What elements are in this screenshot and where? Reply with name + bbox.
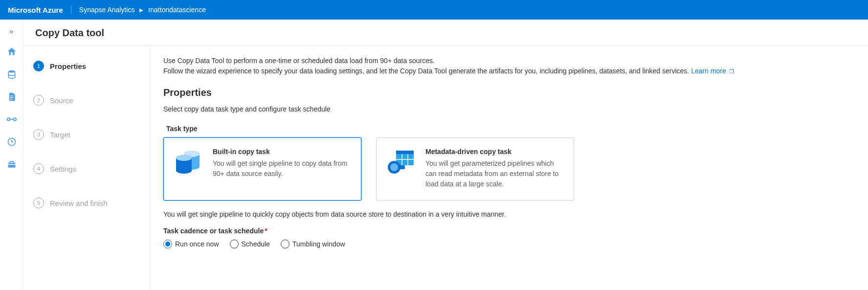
task-card-desc: You will get single pipeline to copy dat… [213,158,351,179]
step-label: Target [50,131,70,139]
task-card-builtin[interactable]: Built-in copy task You will get single p… [163,137,361,201]
required-asterisk: * [265,227,267,235]
external-link-icon: ❐ [729,68,734,74]
brand-label[interactable]: Microsoft Azure [8,6,71,14]
radio-icon [281,240,289,248]
radio-tumbling-window[interactable]: Tumbling window [281,240,345,248]
svg-rect-16 [399,165,405,169]
wizard-steps: 1 Properties 2 Source 3 Target 4 Setting… [23,46,150,290]
wizard-step-properties[interactable]: 1 Properties [33,58,141,74]
intro-line-1: Use Copy Data Tool to perform a one-time… [163,56,858,66]
radio-run-once-now[interactable]: Run once now [163,240,219,248]
pipeline-icon[interactable] [6,113,18,125]
wizard-step-source[interactable]: 2 Source [33,92,141,109]
cadence-label-text: Task cadence or task schedule [163,227,264,235]
svg-point-15 [390,163,398,171]
page-title-bar: Copy Data tool [23,20,868,45]
radio-label: Tumbling window [292,240,345,248]
page-title: Copy Data tool [35,27,856,39]
task-type-cards: Built-in copy task You will get single p… [163,137,858,201]
step-number: 2 [33,95,44,106]
intro-text-2: Follow the wizard experience to specify … [163,67,691,75]
cadence-label: Task cadence or task schedule* [163,227,858,235]
step-number: 1 [33,61,44,71]
step-label: Review and finish [50,199,108,207]
radio-icon [230,240,239,248]
home-icon[interactable] [6,46,18,58]
task-helper-text: You will get single pipeline to quickly … [163,210,858,218]
intro-line-2: Follow the wizard experience to specify … [163,66,858,76]
task-type-label: Task type [166,125,858,133]
learn-more-link[interactable]: Learn more ❐ [691,67,734,75]
step-label: Settings [50,165,76,173]
toolbox-icon[interactable] [6,158,18,170]
radio-label: Schedule [242,240,270,248]
wizard-step-settings[interactable]: 4 Settings [33,160,141,177]
step-number: 5 [33,198,44,208]
step-label: Properties [50,62,86,70]
radio-icon [163,240,172,248]
top-bar: Microsoft Azure Synapse Analytics ▶ matt… [0,0,868,20]
task-card-desc: You will get parameterized pipelines whi… [425,158,564,189]
step-number: 4 [33,163,44,174]
database-copy-icon [174,148,203,177]
document-icon[interactable] [6,91,18,103]
collapse-menu-icon[interactable]: » [10,27,14,35]
cadence-radio-group: Run once now Schedule Tumbling window [163,240,858,248]
radio-schedule[interactable]: Schedule [230,240,270,248]
section-heading: Properties [163,87,858,98]
wizard-step-target[interactable]: 3 Target [33,126,141,143]
svg-point-2 [13,118,16,121]
svg-point-0 [8,70,15,73]
breadcrumb-item-1[interactable]: mattondatascience [148,6,206,14]
wizard-step-review[interactable]: 5 Review and finish [33,195,141,211]
sidebar-nav: » [0,20,23,290]
database-icon[interactable] [6,68,18,80]
svg-point-8 [176,155,192,161]
svg-rect-10 [396,151,414,154]
svg-point-1 [7,118,10,121]
metadata-pipeline-icon [386,148,416,177]
learn-more-label: Learn more [691,67,726,75]
monitor-icon[interactable] [6,136,18,148]
step-label: Source [50,96,73,105]
task-card-title: Metadata-driven copy task [425,148,564,156]
breadcrumb-item-0[interactable]: Synapse Analytics [79,6,135,14]
step-number: 3 [33,129,44,140]
content-body: Use Copy Data Tool to perform a one-time… [150,46,868,290]
svg-rect-4 [8,164,15,165]
task-card-title: Built-in copy task [213,148,351,156]
radio-label: Run once now [175,240,219,248]
section-subtext: Select copy data task type and configure… [163,105,858,113]
chevron-right-icon: ▶ [139,7,143,13]
task-card-metadata[interactable]: Metadata-driven copy task You will get p… [376,137,574,201]
